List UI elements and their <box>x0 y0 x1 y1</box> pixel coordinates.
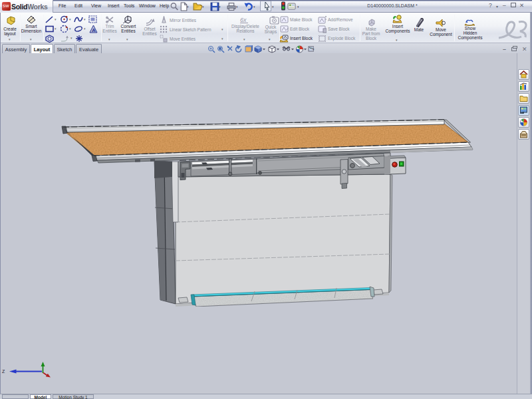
svg-text:Z: Z <box>2 369 5 374</box>
svg-text:A: A <box>92 27 96 33</box>
svg-text:6x: 6x <box>240 17 247 23</box>
